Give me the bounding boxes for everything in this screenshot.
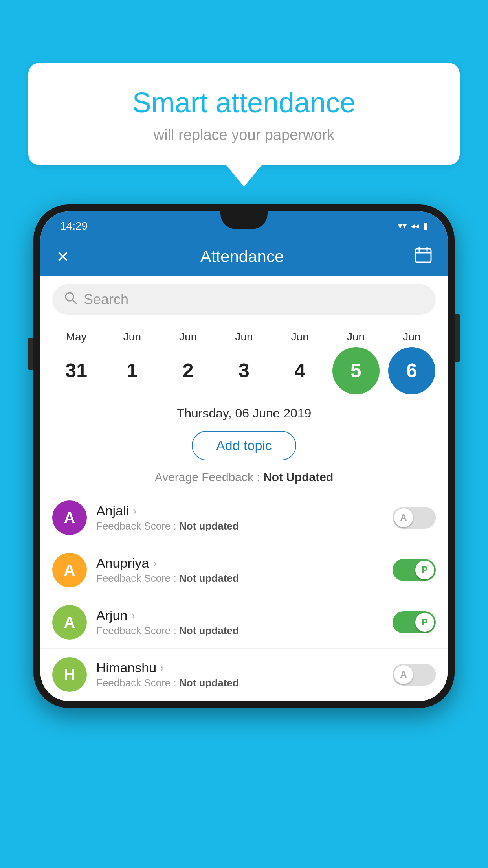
toggle-knob-himanshu: A [394,665,413,684]
date-3[interactable]: 3 [220,347,268,394]
student-name-anjali[interactable]: Anjali › [96,503,383,519]
speech-bubble-subtitle: will replace your paperwork [44,127,444,143]
search-icon [64,291,77,308]
student-item-arjun: A Arjun › Feedback Score : Not updated P [40,596,448,649]
speech-bubble-title: Smart attendance [44,86,444,119]
month-2: Jun [165,331,212,343]
student-info-anjali: Anjali › Feedback Score : Not updated [96,503,383,532]
student-info-anupriya: Anupriya › Feedback Score : Not updated [96,555,383,585]
speech-bubble-tail [226,165,262,187]
date-6[interactable]: 6 [388,347,435,394]
toggle-knob-anupriya: P [415,561,434,579]
phone-outer: 14:29 ▾▾ ◂◂ ▮ ✕ Attendance [33,204,455,708]
date-4[interactable]: 4 [276,347,323,394]
toggle-knob-anjali: A [394,508,413,527]
phone-container: 14:29 ▾▾ ◂◂ ▮ ✕ Attendance [33,204,455,868]
chevron-anjali: › [133,505,136,517]
avg-feedback: Average Feedback : Not Updated [40,467,448,492]
date-5[interactable]: 5 [332,347,380,394]
calendar-strip: May Jun Jun Jun Jun Jun Jun 31 1 2 3 4 5… [40,323,448,398]
student-name-anupriya[interactable]: Anupriya › [96,555,383,571]
calendar-dates: 31 1 2 3 4 5 6 [48,347,440,394]
search-bar: Search [40,276,448,323]
avatar-anupriya: A [52,553,87,587]
calendar-months: May Jun Jun Jun Jun Jun Jun [48,331,440,343]
date-1[interactable]: 1 [108,347,156,394]
toggle-himanshu[interactable]: A [393,664,436,686]
month-5: Jun [332,331,380,343]
student-feedback-anupriya: Feedback Score : Not updated [96,572,383,585]
toggle-arjun[interactable]: P [393,611,436,633]
student-item-anjali: A Anjali › Feedback Score : Not updated … [40,492,448,544]
student-list: A Anjali › Feedback Score : Not updated … [40,492,448,701]
avatar-arjun: A [52,605,87,640]
phone-screen: 14:29 ▾▾ ◂◂ ▮ ✕ Attendance [40,211,448,701]
avg-feedback-value: Not Updated [263,471,333,484]
toggle-container-anupriya[interactable]: P [393,559,436,581]
student-item-himanshu: H Himanshu › Feedback Score : Not update… [40,649,448,701]
svg-rect-0 [415,249,431,262]
avg-feedback-label: Average Feedback : [155,471,263,484]
chevron-arjun: › [131,609,135,622]
speech-bubble-container: Smart attendance will replace your paper… [28,63,460,187]
add-topic-button[interactable]: Add topic [192,431,296,460]
avatar-anjali: A [52,500,87,535]
toggle-container-himanshu[interactable]: A [393,664,436,686]
toggle-anjali[interactable]: A [393,507,436,529]
toggle-anupriya[interactable]: P [393,559,436,581]
toggle-container-arjun[interactable]: P [393,611,436,633]
svg-line-5 [72,300,76,303]
chevron-himanshu: › [160,662,164,674]
date-31[interactable]: 31 [53,347,100,394]
toggle-knob-arjun: P [415,613,434,632]
speech-bubble: Smart attendance will replace your paper… [28,63,460,165]
app-title: Attendance [200,247,284,266]
date-2[interactable]: 2 [165,347,212,394]
student-feedback-anjali: Feedback Score : Not updated [96,520,383,532]
signal-icon: ◂◂ [411,221,419,231]
search-input-container[interactable]: Search [52,284,436,315]
student-feedback-arjun: Feedback Score : Not updated [96,625,383,637]
close-icon[interactable]: ✕ [56,248,70,266]
avatar-himanshu: H [52,657,87,692]
student-info-himanshu: Himanshu › Feedback Score : Not updated [96,660,383,689]
search-placeholder: Search [84,291,128,308]
chevron-anupriya: › [153,557,156,570]
add-topic-container: Add topic [40,425,448,467]
calendar-icon[interactable] [415,246,432,267]
toggle-container-anjali[interactable]: A [393,507,436,529]
student-feedback-himanshu: Feedback Score : Not updated [96,677,383,689]
battery-icon: ▮ [423,221,428,231]
month-0: May [53,331,100,343]
student-name-himanshu[interactable]: Himanshu › [96,660,383,675]
month-1: Jun [108,331,156,343]
status-icons: ▾▾ ◂◂ ▮ [398,221,428,231]
month-3: Jun [220,331,268,343]
month-6: Jun [388,331,435,343]
student-item-anupriya: A Anupriya › Feedback Score : Not update… [40,544,448,596]
wifi-icon: ▾▾ [398,221,407,231]
month-4: Jun [276,331,323,343]
student-name-arjun[interactable]: Arjun › [96,608,383,623]
app-header: ✕ Attendance [40,237,448,276]
date-display: Thursday, 06 June 2019 [40,398,448,425]
student-info-arjun: Arjun › Feedback Score : Not updated [96,608,383,637]
phone-notch [220,211,268,229]
status-time: 14:29 [60,220,88,232]
